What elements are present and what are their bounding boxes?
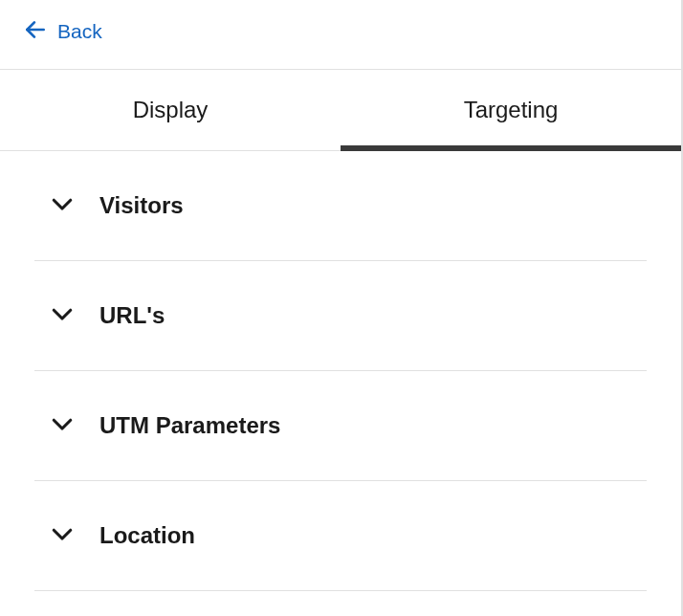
tabs: Display Targeting [0, 70, 681, 151]
back-button[interactable]: Back [23, 17, 102, 46]
chevron-down-icon [48, 409, 77, 442]
section-utm-parameters[interactable]: UTM Parameters [34, 371, 647, 481]
tab-label: Targeting [464, 97, 559, 122]
chevron-down-icon [48, 189, 77, 222]
tab-display[interactable]: Display [0, 70, 341, 150]
section-title: UTM Parameters [99, 412, 280, 439]
tab-label: Display [133, 97, 209, 122]
tab-targeting[interactable]: Targeting [341, 70, 681, 150]
chevron-down-icon [48, 519, 77, 552]
section-location[interactable]: Location [34, 481, 647, 591]
section-visitors[interactable]: Visitors [34, 151, 647, 261]
arrow-left-icon [23, 17, 48, 46]
section-title: URL's [99, 302, 165, 329]
header: Back [0, 0, 681, 70]
chevron-down-icon [48, 299, 77, 332]
back-label: Back [57, 20, 102, 43]
sections-list: Visitors URL's UTM Parameters [0, 151, 681, 591]
section-title: Location [99, 522, 195, 549]
section-urls[interactable]: URL's [34, 261, 647, 371]
section-title: Visitors [99, 192, 184, 219]
